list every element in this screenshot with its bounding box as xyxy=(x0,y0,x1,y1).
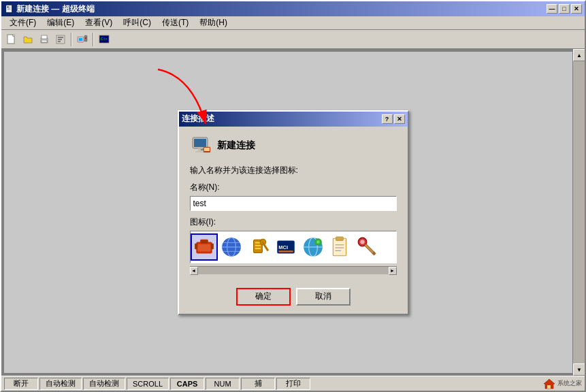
hscroll-right[interactable]: ► xyxy=(389,267,397,275)
icon-item-4[interactable]: MCI xyxy=(272,233,299,261)
toolbar-properties[interactable] xyxy=(53,32,68,47)
toolbar-connect[interactable] xyxy=(75,32,90,47)
icon-item-7[interactable] xyxy=(354,233,381,261)
logo-house-icon xyxy=(543,378,555,390)
menu-transfer[interactable]: 传送(T) xyxy=(157,16,194,29)
app-icon: 🖥 xyxy=(4,3,14,14)
svg-rect-4 xyxy=(42,35,47,39)
status-caps: CAPS xyxy=(170,378,204,390)
svg-rect-61 xyxy=(547,385,551,389)
svg-text:C:\>: C:\> xyxy=(101,37,107,41)
svg-text:MCI: MCI xyxy=(278,244,288,250)
connection-name-input[interactable] xyxy=(190,196,397,211)
status-scroll: SCROLL xyxy=(127,378,169,390)
svg-rect-18 xyxy=(194,139,206,147)
hscroll-track[interactable] xyxy=(198,267,389,274)
dialog-close-button[interactable]: ✕ xyxy=(394,114,405,124)
icon-item-5[interactable] xyxy=(299,233,327,261)
dialog-header-text: 新建连接 xyxy=(217,140,255,152)
svg-rect-28 xyxy=(197,244,210,251)
toolbar-sep-2 xyxy=(93,33,94,46)
svg-rect-25 xyxy=(200,240,208,243)
svg-rect-22 xyxy=(204,148,210,151)
maximize-button[interactable]: □ xyxy=(559,4,570,14)
confirm-button[interactable]: 确定 xyxy=(236,288,291,306)
svg-rect-37 xyxy=(255,248,261,249)
connection-icon xyxy=(190,135,212,157)
dialog-footer: 确定 取消 xyxy=(179,282,408,314)
icons-section: MCI xyxy=(190,231,397,274)
dialog-content: 新建连接 输入名称并为该连接选择图标: 名称(N): 图标(I): xyxy=(179,127,408,282)
menu-view[interactable]: 查看(V) xyxy=(80,16,118,29)
status-print: 打印 xyxy=(276,378,310,390)
dialog-header: 新建连接 xyxy=(190,135,397,157)
title-bar-buttons: — □ ✕ xyxy=(547,4,582,14)
close-window-button[interactable]: ✕ xyxy=(571,4,582,14)
svg-point-13 xyxy=(85,37,86,39)
cancel-button[interactable]: 取消 xyxy=(296,288,351,306)
toolbar-open[interactable] xyxy=(20,32,35,47)
minimize-button[interactable]: — xyxy=(547,4,557,14)
hscroll-left[interactable]: ◄ xyxy=(190,267,198,275)
name-label: 名称(N): xyxy=(190,182,397,193)
main-area: ▲ ▼ 连接描述 ? ✕ xyxy=(1,49,585,376)
title-bar-left: 🖥 新建连接 — 超级终端 xyxy=(4,3,95,15)
icon-item-1[interactable] xyxy=(191,233,218,261)
status-capture: 捕 xyxy=(241,378,275,390)
toolbar-print[interactable] xyxy=(37,32,52,47)
dialog-title-bar: 连接描述 ? ✕ xyxy=(179,112,408,127)
toolbar-new[interactable] xyxy=(4,32,19,47)
menu-call[interactable]: 呼叫(C) xyxy=(118,16,157,29)
icon-item-6[interactable] xyxy=(327,233,354,261)
toolbar: C:\> xyxy=(1,30,585,49)
icon-item-3[interactable] xyxy=(245,233,272,261)
status-disconnect: 断开 xyxy=(4,378,38,390)
svg-rect-50 xyxy=(336,237,343,240)
connection-description-dialog: 连接描述 ? ✕ xyxy=(178,110,409,315)
menu-edit[interactable]: 编辑(E) xyxy=(42,16,80,29)
dialog-description: 输入名称并为该连接选择图标: xyxy=(190,165,397,176)
toolbar-terminal[interactable]: C:\> xyxy=(97,32,112,47)
svg-rect-26 xyxy=(195,243,197,249)
dialog-title-buttons: ? ✕ xyxy=(382,114,405,124)
status-bar: 断开 自动检测 自动检测 SCROLL CAPS NUM 捕 打印 系统之家 xyxy=(1,376,585,391)
icons-container[interactable]: MCI xyxy=(190,231,397,263)
svg-rect-44 xyxy=(278,250,293,252)
icons-hscrollbar[interactable]: ◄ ► xyxy=(190,266,397,274)
svg-rect-27 xyxy=(210,243,213,249)
status-auto-detect-2: 自动检测 xyxy=(83,378,125,390)
menu-file[interactable]: 文件(F) xyxy=(4,16,42,29)
svg-point-55 xyxy=(360,240,364,244)
logo-box: 系统之家 xyxy=(543,378,582,390)
dialog-overlay: 连接描述 ? ✕ xyxy=(1,49,585,376)
svg-rect-36 xyxy=(255,244,261,246)
icons-label: 图标(I): xyxy=(190,216,397,228)
title-bar: 🖥 新建连接 — 超级终端 — □ ✕ xyxy=(1,1,585,16)
status-auto-detect-1: 自动检测 xyxy=(39,378,82,390)
svg-rect-5 xyxy=(42,40,47,42)
status-num: NUM xyxy=(206,378,240,390)
dialog-title-text: 连接描述 xyxy=(182,113,214,125)
window-title: 新建连接 — 超级终端 xyxy=(16,3,95,15)
svg-rect-49 xyxy=(333,238,346,256)
menu-bar: 文件(F) 编辑(E) 查看(V) 呼叫(C) 传送(T) 帮助(H) xyxy=(1,16,585,30)
logo-text: 系统之家 xyxy=(557,379,582,388)
svg-rect-11 xyxy=(79,38,82,41)
icon-item-2[interactable] xyxy=(218,233,245,261)
dialog-help-button[interactable]: ? xyxy=(382,114,393,124)
menu-help[interactable]: 帮助(H) xyxy=(194,16,233,29)
svg-line-57 xyxy=(365,244,374,253)
toolbar-sep-1 xyxy=(71,33,72,46)
main-window: 🖥 新建连接 — 超级终端 — □ ✕ 文件(F) 编辑(E) 查看(V) 呼叫… xyxy=(0,0,586,392)
